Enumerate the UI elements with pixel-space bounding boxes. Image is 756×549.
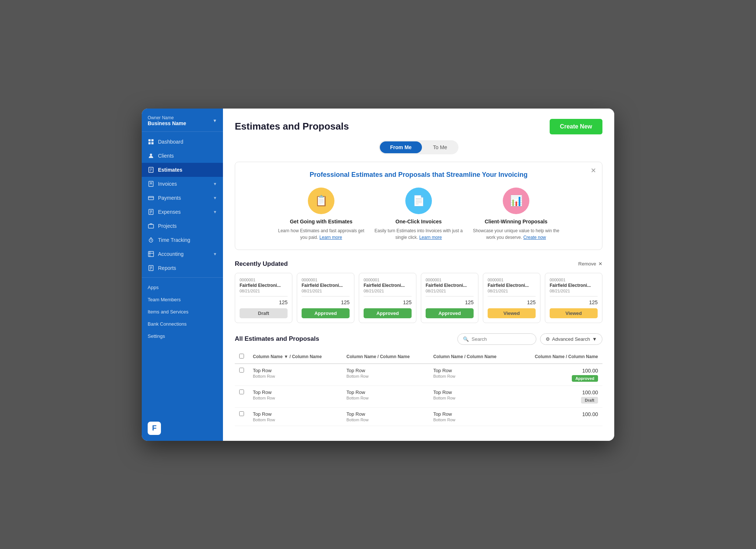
svg-rect-18 xyxy=(148,224,154,228)
sidebar-item-label: Expenses xyxy=(158,209,181,215)
card-number: 0000001 xyxy=(426,278,474,282)
promo-estimates-link[interactable]: Learn more xyxy=(319,235,342,240)
sidebar-item-projects[interactable]: Projects xyxy=(142,219,223,233)
settings-label: Settings xyxy=(148,333,165,339)
row-checkbox[interactable] xyxy=(239,390,244,394)
svg-point-4 xyxy=(150,154,152,156)
recent-card[interactable]: 0000001 Fairfield Electroni... 08/21/202… xyxy=(483,273,540,323)
card-date: 08/21/2021 xyxy=(426,289,474,293)
tab-to-me[interactable]: To Me xyxy=(423,141,457,153)
recently-updated-header: Recently Updated Remove ✕ xyxy=(235,260,602,268)
promo-banner: ✕ Professional Estimates and Proposals t… xyxy=(235,162,602,250)
svg-rect-2 xyxy=(148,142,151,144)
recent-card[interactable]: 0000001 Fairfield Electroni... 08/21/202… xyxy=(235,273,292,323)
card-date: 08/21/2021 xyxy=(364,289,412,293)
table-cell-amount: 100.00 Approved xyxy=(516,364,602,386)
card-amount: 125 xyxy=(302,299,350,305)
recent-card[interactable]: 0000001 Fairfield Electroni... 08/21/202… xyxy=(545,273,602,323)
sidebar-item-label: Payments xyxy=(158,195,181,201)
row-checkbox[interactable] xyxy=(239,411,244,416)
card-number: 0000001 xyxy=(488,278,536,282)
select-all-column xyxy=(235,350,248,364)
svg-rect-3 xyxy=(151,142,154,144)
advanced-search-button[interactable]: ⚙ Advanced Search ▼ xyxy=(540,333,603,345)
table-cell: Top Row Bottom Row xyxy=(248,385,342,407)
apps-label: Apps xyxy=(148,285,159,290)
sidebar-item-clients[interactable]: Clients xyxy=(142,149,223,163)
col-header-1: Column Name ▼ / Column Name xyxy=(248,350,342,364)
card-amount: 125 xyxy=(240,299,288,305)
recent-card[interactable]: 0000001 Fairfield Electroni... 08/21/202… xyxy=(359,273,416,323)
card-divider xyxy=(426,296,474,296)
card-status: Draft xyxy=(240,308,288,318)
search-input[interactable] xyxy=(472,336,531,342)
reports-icon xyxy=(148,265,154,271)
svg-rect-1 xyxy=(151,139,154,141)
estimates-table: Column Name ▼ / Column Name Column Name … xyxy=(235,350,602,426)
tab-from-me[interactable]: From Me xyxy=(380,141,422,153)
promo-close-button[interactable]: ✕ xyxy=(591,167,596,175)
sidebar-item-dashboard[interactable]: Dashboard xyxy=(142,135,223,149)
sidebar-item-label: Clients xyxy=(158,153,174,159)
sidebar-item-invoices[interactable]: Invoices ▼ xyxy=(142,177,223,191)
sidebar-item-bank-connections[interactable]: Bank Connections xyxy=(142,318,223,330)
sidebar-item-label: Dashboard xyxy=(158,139,183,145)
remove-button[interactable]: Remove ✕ xyxy=(578,261,602,267)
sidebar-item-accounting[interactable]: Accounting ▼ xyxy=(142,247,223,261)
table-cell: Top Row Bottom Row xyxy=(342,385,429,407)
invoices-chevron-icon: ▼ xyxy=(213,182,217,186)
recent-card[interactable]: 0000001 Fairfield Electroni... 08/21/202… xyxy=(421,273,478,323)
recent-card[interactable]: 0000001 Fairfield Electroni... 08/21/202… xyxy=(297,273,354,323)
table-row[interactable]: Top Row Bottom Row Top Row Bottom Row To… xyxy=(235,385,602,407)
dashboard-icon xyxy=(148,138,154,145)
status-badge: Draft xyxy=(581,397,598,404)
table-cell-amount: 100.00 xyxy=(516,407,602,426)
col-header-2: Column Name / Column Name xyxy=(342,350,429,364)
card-date: 08/21/2021 xyxy=(302,289,350,293)
invoices-icon xyxy=(148,181,154,187)
app-window: Owner Name Business Name ▼ Dashboard Cli… xyxy=(142,109,614,441)
card-divider xyxy=(364,296,412,296)
tab-container: From Me To Me xyxy=(379,140,458,154)
sidebar-item-label: Estimates xyxy=(158,167,182,173)
payments-icon xyxy=(148,195,154,201)
sidebar-item-payments[interactable]: Payments ▼ xyxy=(142,191,223,205)
card-date: 08/21/2021 xyxy=(488,289,536,293)
table-cell: Top Row Bottom Row xyxy=(342,364,429,386)
promo-invoices-link[interactable]: Learn more xyxy=(419,235,442,240)
row-checkbox[interactable] xyxy=(239,368,244,373)
promo-invoices-icon: 📄 xyxy=(405,188,432,214)
promo-card-proposals: 📊 Client-Winning Proposals Showcase your… xyxy=(472,188,560,241)
sidebar-item-estimates[interactable]: Estimates xyxy=(142,163,223,177)
items-services-label: Items and Services xyxy=(148,309,189,315)
sidebar-item-apps[interactable]: Apps xyxy=(142,281,223,294)
bank-connections-label: Bank Connections xyxy=(148,321,187,327)
sidebar-item-expenses[interactable]: Expenses ▼ xyxy=(142,205,223,219)
select-all-checkbox[interactable] xyxy=(239,354,244,358)
table-row[interactable]: Top Row Bottom Row Top Row Bottom Row To… xyxy=(235,364,602,386)
promo-proposals-desc: Showcase your unique value to help win t… xyxy=(472,227,560,241)
table-cell: Top Row Bottom Row xyxy=(429,364,516,386)
svg-rect-12 xyxy=(148,196,154,200)
card-name: Fairfield Electroni... xyxy=(426,283,474,288)
card-divider xyxy=(240,296,288,296)
card-status: Approved xyxy=(426,308,474,318)
search-bar: 🔍 ⚙ Advanced Search ▼ xyxy=(457,333,603,345)
sidebar-item-settings[interactable]: Settings xyxy=(142,330,223,342)
card-number: 0000001 xyxy=(550,278,598,282)
main-content: Estimates and Proposals Create New From … xyxy=(223,109,614,441)
sidebar-nav: Dashboard Clients Estimates Invoices ▼ xyxy=(142,132,223,417)
sidebar-item-team-members[interactable]: Team Members xyxy=(142,294,223,306)
card-name: Fairfield Electroni... xyxy=(302,283,350,288)
search-input-wrap: 🔍 xyxy=(457,333,536,345)
sidebar-item-items-services[interactable]: Items and Services xyxy=(142,306,223,318)
sidebar-item-time-tracking[interactable]: Time Tracking xyxy=(142,233,223,247)
projects-icon xyxy=(148,223,154,229)
promo-proposals-link[interactable]: Create now xyxy=(523,235,546,240)
table-row[interactable]: Top Row Bottom Row Top Row Bottom Row To… xyxy=(235,407,602,426)
card-status: Viewed xyxy=(550,308,598,318)
sidebar-item-label: Accounting xyxy=(158,251,183,257)
sidebar-header[interactable]: Owner Name Business Name ▼ xyxy=(142,109,223,132)
create-new-button[interactable]: Create New xyxy=(550,119,602,134)
sidebar-item-reports[interactable]: Reports xyxy=(142,261,223,275)
